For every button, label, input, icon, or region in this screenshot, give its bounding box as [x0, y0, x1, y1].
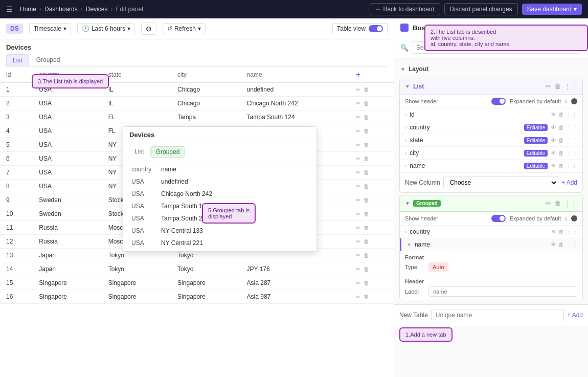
grouped-name-trash-icon[interactable]: 🗑 — [558, 241, 564, 248]
col-name-trash-icon[interactable]: 🗑 — [558, 163, 564, 169]
col-city-chevron[interactable]: › — [405, 150, 406, 156]
col-city-trash-icon[interactable]: 🗑 — [558, 150, 564, 156]
refresh-button[interactable]: ↺ Refresh ▾ — [163, 23, 206, 34]
save-dashboard-button[interactable]: Save dashboard ▾ — [522, 4, 582, 15]
list-delete-icon[interactable]: 🗑 — [554, 82, 561, 90]
row-delete-icon[interactable]: 🗑 — [364, 211, 369, 217]
grouped-col-name-chevron[interactable]: ▼ — [406, 242, 412, 248]
table-view-toggle[interactable]: Table view — [332, 23, 388, 34]
col-name-chevron[interactable]: › — [405, 163, 406, 169]
expanded-toggle[interactable] — [571, 98, 577, 104]
grouped-country-drag-icon[interactable]: ⋮⋮ — [566, 229, 577, 235]
row-edit-icon[interactable]: ✏ — [356, 156, 360, 162]
row-delete-icon[interactable]: 🗑 — [364, 280, 369, 286]
dropdown-tab-list[interactable]: List — [129, 146, 149, 158]
col-name-drag-icon[interactable]: ⋮⋮ — [566, 163, 577, 169]
grouped-col-country-chevron[interactable]: › — [405, 229, 406, 235]
grouped-expanded-toggle[interactable] — [571, 215, 577, 221]
row-edit-icon[interactable]: ✏ — [356, 294, 360, 300]
list-drag-icon[interactable]: ⋮⋮ — [564, 82, 577, 90]
cell-country: Japan — [33, 249, 102, 262]
grouped-show-header-toggle[interactable] — [491, 215, 506, 222]
row-delete-icon[interactable]: 🗑 — [364, 197, 369, 203]
col-state-trash-icon[interactable]: 🗑 — [558, 137, 564, 143]
list-add-column-button[interactable]: + Add — [561, 179, 577, 186]
tab-grouped[interactable]: Grouped — [30, 54, 66, 66]
col-name-eye-icon[interactable]: 👁 — [551, 163, 556, 169]
col-country-trash-icon[interactable]: 🗑 — [558, 124, 564, 130]
col-id-eye-icon[interactable]: 👁 — [551, 112, 556, 118]
discard-changes-button[interactable]: Discard panel changes — [444, 3, 518, 15]
row-edit-icon[interactable]: ✏ — [356, 211, 360, 217]
row-edit-icon[interactable]: ✏ — [356, 280, 360, 286]
list-group: ▼ List ✏ 🗑 ⋮⋮ Show header Expanded by de… — [399, 78, 583, 193]
datasource-selector[interactable]: Timescale ▾ — [29, 23, 71, 34]
list-edit-icon[interactable]: ✏ — [546, 82, 551, 90]
dropdown-tab-grouped[interactable]: Grouped — [150, 146, 186, 158]
grouped-edit-icon[interactable]: ✏ — [546, 199, 551, 207]
col-country-drag-icon[interactable]: ⋮⋮ — [566, 124, 577, 131]
new-table-input[interactable] — [431, 309, 564, 321]
cell-country: USA — [33, 110, 102, 124]
col-header-add[interactable]: + — [350, 67, 394, 83]
tab-list[interactable]: List — [6, 54, 29, 66]
new-table-add-button[interactable]: + Add — [567, 312, 583, 319]
grouped-name-eye-icon[interactable]: 👁 — [551, 241, 556, 248]
grouped-name-drag-icon[interactable]: ⋮⋮ — [566, 241, 577, 248]
col-state-drag-icon[interactable]: ⋮⋮ — [566, 137, 577, 144]
zoom-button[interactable]: ⊖ — [141, 23, 156, 35]
hamburger-icon[interactable]: ☰ — [6, 5, 13, 13]
col-state-eye-icon[interactable]: 👁 — [551, 137, 556, 143]
new-column-select[interactable]: Choose — [443, 176, 558, 189]
layout-section-header[interactable]: ▼ Layout — [394, 62, 588, 76]
col-country-eye-icon[interactable]: 👁 — [551, 124, 556, 130]
row-edit-icon[interactable]: ✏ — [356, 225, 360, 231]
row-delete-icon[interactable]: 🗑 — [364, 238, 369, 245]
row-delete-icon[interactable]: 🗑 — [364, 252, 369, 258]
nav-devices[interactable]: Devices — [86, 6, 108, 13]
view-toggle-switch[interactable] — [369, 25, 383, 32]
row-edit-icon[interactable]: ✏ — [356, 128, 360, 135]
grouped-drag-icon[interactable]: ⋮⋮ — [564, 199, 577, 207]
row-edit-icon[interactable]: ✏ — [356, 266, 360, 273]
nav-dashboards[interactable]: Dashboards — [44, 6, 78, 13]
col-id-trash-icon[interactable]: 🗑 — [558, 112, 564, 118]
row-edit-icon[interactable]: ✏ — [356, 86, 360, 93]
grouped-country-eye-icon[interactable]: 👁 — [551, 229, 556, 235]
row-delete-icon[interactable]: 🗑 — [364, 142, 369, 148]
row-delete-icon[interactable]: 🗑 — [364, 86, 369, 93]
row-edit-icon[interactable]: ✏ — [356, 100, 360, 107]
row-delete-icon[interactable]: 🗑 — [364, 169, 369, 175]
back-to-dashboard-button[interactable]: ← Back to dashboard — [370, 3, 440, 15]
row-delete-icon[interactable]: 🗑 — [364, 128, 369, 134]
time-range-selector[interactable]: 🕐 Last 6 hours ▾ — [77, 23, 135, 34]
row-delete-icon[interactable]: 🗑 — [364, 114, 369, 120]
nav-home[interactable]: Home — [20, 6, 36, 13]
row-delete-icon[interactable]: 🗑 — [364, 266, 369, 272]
row-delete-icon[interactable]: 🗑 — [364, 225, 369, 231]
col-city-drag-icon[interactable]: ⋮⋮ — [566, 150, 577, 157]
show-header-toggle[interactable] — [491, 98, 506, 105]
row-edit-icon[interactable]: ✏ — [356, 238, 360, 245]
col-country-chevron[interactable]: › — [405, 125, 406, 130]
row-edit-icon[interactable]: ✏ — [356, 197, 360, 204]
row-delete-icon[interactable]: 🗑 — [364, 294, 369, 300]
col-id-drag-icon[interactable]: ⋮⋮ — [566, 112, 577, 118]
row-edit-icon[interactable]: ✏ — [356, 183, 360, 190]
add-column-icon[interactable]: + — [356, 70, 360, 79]
row-delete-icon[interactable]: 🗑 — [364, 183, 369, 189]
ds-badge[interactable]: DS — [6, 24, 23, 34]
col-id-chevron[interactable]: › — [405, 112, 406, 118]
row-edit-icon[interactable]: ✏ — [356, 169, 360, 176]
col-city-eye-icon[interactable]: 👁 — [551, 150, 556, 156]
row-delete-icon[interactable]: 🗑 — [364, 100, 369, 106]
grouped-delete-icon[interactable]: 🗑 — [554, 199, 561, 207]
grouped-country-trash-icon[interactable]: 🗑 — [558, 229, 564, 235]
row-edit-icon[interactable]: ✏ — [356, 114, 360, 121]
row-delete-icon[interactable]: 🗑 — [364, 156, 369, 162]
row-edit-icon[interactable]: ✏ — [356, 142, 360, 148]
col-state-chevron[interactable]: › — [405, 138, 406, 143]
cell-id: 7 — [0, 166, 33, 180]
header-label-input[interactable] — [428, 286, 577, 297]
row-edit-icon[interactable]: ✏ — [356, 252, 360, 259]
